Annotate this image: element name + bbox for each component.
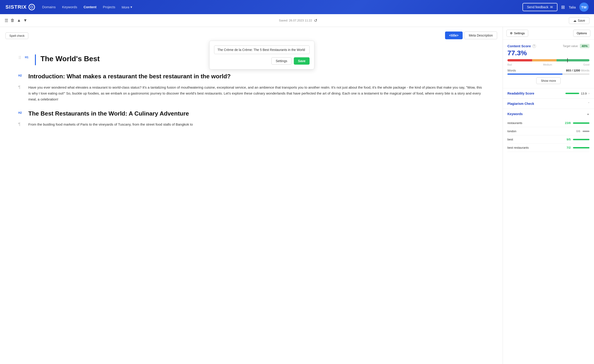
nav-right: Send feedback ✉ ⊞ Talia TW	[522, 2, 588, 12]
readability-value: 13.9	[581, 92, 587, 95]
chevron-right-icon: ›	[588, 92, 589, 95]
arrow-up-icon[interactable]: ▲	[17, 18, 21, 23]
logo: SISTRIX	[6, 4, 35, 10]
h2-text-1[interactable]: Introduction: What makes a restaurant th…	[28, 73, 231, 80]
keyword-bar-1	[583, 131, 589, 132]
keyword-score-2: 9/5	[560, 138, 571, 141]
words-row: Words 803 / 1200 Words	[507, 69, 589, 72]
toolbar-right: ☁ Save	[569, 17, 589, 24]
trash-icon[interactable]: 🗑	[11, 18, 15, 23]
right-panel: ⚙ Settings Options Content Score ? Targe…	[503, 27, 594, 364]
para-text-2[interactable]: From the bustling food markets of Paris …	[28, 121, 193, 127]
target-value: 40%	[580, 44, 589, 48]
title-popup-save-button[interactable]: Save	[294, 57, 310, 65]
panel-settings-button[interactable]: ⚙ Settings	[506, 30, 528, 37]
score-title-row: Content Score ? Target value: 40%	[507, 44, 589, 48]
keyword-bar-2	[573, 139, 589, 140]
content-score-section: Content Score ? Target value: 40% 77.3% …	[503, 40, 594, 88]
words-label: Words	[507, 69, 516, 72]
readability-right: 13.9 ›	[566, 92, 589, 95]
title-popup: Settings Save	[209, 41, 314, 69]
spell-check-button[interactable]: Spell check	[6, 33, 28, 39]
readability-section[interactable]: Readability Score 13.9 ›	[503, 88, 594, 99]
keyword-row-3: best restaurants 7/2	[507, 144, 589, 152]
keywords-section: Keywords ▲ restaurants 23/8 london 0/6 b…	[503, 109, 594, 155]
plagiarism-section[interactable]: Plagiarism Check ˅	[503, 99, 594, 109]
words-bar-track	[507, 73, 589, 75]
plagiarism-chevron-icon: ˅	[588, 102, 589, 105]
title-popup-actions: Settings Save	[214, 57, 310, 65]
svg-point-0	[31, 6, 33, 8]
nav-domains[interactable]: Domains	[42, 5, 56, 9]
words-count: 803 / 1200 Words	[566, 69, 589, 72]
saved-text: Saved: 26.07.2023 11:22	[279, 19, 312, 22]
good-label: Good	[583, 63, 589, 66]
h2-label-2: H2	[18, 110, 26, 114]
toolbar-left: ☰ 🗑 ▲ ▼	[5, 18, 27, 23]
nav-content[interactable]: Content	[84, 5, 97, 9]
panel-header: ⚙ Settings Options	[503, 27, 594, 40]
keyword-score-3: 7/2	[560, 146, 571, 149]
nav-keywords[interactable]: Keywords	[62, 5, 77, 9]
toolbar: ☰ 🗑 ▲ ▼ Saved: 26.07.2023 11:22 ↺ ☁ Save	[0, 14, 594, 27]
h2-label-1: H2	[18, 73, 26, 77]
avatar: TW	[579, 2, 588, 12]
chevron-down-icon: ▾	[130, 5, 132, 9]
mail-icon: ✉	[550, 5, 553, 9]
nav-links: Domains Keywords Content Projects More ▾	[42, 5, 515, 9]
h1-label: H1	[25, 54, 32, 59]
para-text-1[interactable]: Have you ever wondered what elevates a r…	[28, 85, 484, 103]
keywords-header: Keywords ▲	[507, 112, 589, 116]
h2-block-2: H2 The Best Restaurants in the World: A …	[18, 110, 484, 118]
nav-more[interactable]: More ▾	[122, 5, 132, 9]
toolbar-center: Saved: 26.07.2023 11:22 ↺	[30, 18, 566, 23]
h1-text[interactable]: The World's Best	[40, 54, 100, 63]
title-input[interactable]	[214, 46, 310, 54]
keyword-name-3: best restaurants	[507, 146, 560, 149]
keyword-row-1: london 0/6	[507, 127, 589, 135]
keyword-row-0: restaurants 23/8	[507, 119, 589, 127]
target-label: Target value:	[563, 45, 579, 48]
list-icon[interactable]: ☰	[5, 18, 8, 23]
score-bar	[507, 59, 589, 61]
score-bar-track	[507, 59, 589, 61]
save-button[interactable]: ☁ Save	[569, 17, 589, 24]
keywords-title: Keywords	[507, 112, 523, 116]
tab-title-button[interactable]: <title>	[445, 32, 463, 39]
user-name: Talia	[569, 5, 576, 9]
panel-options-button[interactable]: Options	[573, 30, 590, 37]
score-labels: Bad Medium Good	[507, 63, 589, 66]
show-more-button[interactable]: Show more	[536, 77, 561, 84]
cloud-icon: ☁	[573, 19, 576, 22]
score-indicator	[567, 58, 570, 62]
title-popup-settings-button[interactable]: Settings	[271, 57, 292, 65]
h2-block-1: H2 Introduction: What makes a restaurant…	[18, 73, 484, 80]
keyword-score-0: 23/8	[560, 121, 571, 125]
drag-handle-h1[interactable]: ⠿	[18, 54, 21, 60]
editor-area[interactable]: Spell check <title> Meta Description Set…	[0, 27, 503, 364]
keyword-name-0: restaurants	[507, 121, 560, 125]
grid-icon[interactable]: ⊞	[561, 4, 565, 10]
info-icon: ?	[532, 44, 536, 48]
h2-text-2[interactable]: The Best Restaurants in the World: A Cul…	[28, 110, 189, 118]
para-icon-1: ¶	[18, 85, 26, 90]
h1-line	[35, 54, 36, 65]
undo-icon[interactable]: ↺	[314, 18, 317, 23]
words-bar-fill	[507, 73, 562, 75]
topnav: SISTRIX Domains Keywords Content Project…	[0, 0, 594, 14]
send-feedback-button[interactable]: Send feedback ✉	[522, 3, 557, 11]
editor-tabs: <title> Meta Description	[445, 32, 497, 39]
para-icon-2: ¶	[18, 121, 26, 127]
para-block-2: ¶ From the bustling food markets of Pari…	[18, 121, 484, 127]
tab-meta-button[interactable]: Meta Description	[465, 32, 497, 39]
keyword-row-2: best 9/5	[507, 135, 589, 144]
arrow-down-icon[interactable]: ▼	[23, 18, 27, 23]
nav-projects[interactable]: Projects	[103, 5, 115, 9]
keyword-bar-3	[573, 147, 589, 148]
content-score-title: Content Score	[507, 44, 531, 48]
keyword-name-1: london	[507, 129, 569, 133]
logo-text: SISTRIX	[6, 4, 27, 10]
medium-label: Medium	[543, 63, 552, 66]
keywords-chevron-icon[interactable]: ▲	[587, 112, 589, 116]
score-value: 77.3%	[507, 49, 589, 57]
